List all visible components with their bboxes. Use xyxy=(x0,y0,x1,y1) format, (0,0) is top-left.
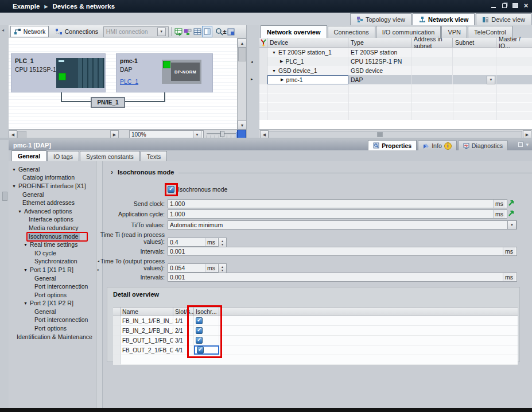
row-selector[interactable] xyxy=(113,345,121,355)
profinet-port-green[interactable] xyxy=(163,61,170,68)
splitter-grip[interactable] xyxy=(2,192,7,201)
restore-button[interactable] xyxy=(500,2,508,9)
expand-icon[interactable]: ▶ xyxy=(280,59,283,64)
subnet-cell[interactable] xyxy=(453,75,496,84)
overview-row-gsd-device-1[interactable]: ▼GSD device_1GSD device xyxy=(259,66,532,75)
tree-item-port-1-x1-p1-r[interactable]: ▼Port 1 [X1 P1 R] xyxy=(9,266,96,274)
tree-item-isochronous-mode[interactable]: Isochronous mode xyxy=(9,232,96,241)
tree-expand-icon[interactable]: ▼ xyxy=(24,301,28,305)
scroll-down-icon[interactable]: ▼ xyxy=(238,121,247,130)
assigned-controller-link[interactable]: PLC_1 xyxy=(120,78,138,85)
device-cell[interactable]: ▶pmc-1 xyxy=(267,75,348,84)
connections-mode-button[interactable]: Connections xyxy=(52,26,101,37)
goto-link-icon[interactable] xyxy=(507,209,515,217)
subnet-label[interactable]: PN/IE_1 xyxy=(91,97,125,108)
tab-device-view[interactable]: Device view xyxy=(476,13,531,25)
subnet-cell[interactable] xyxy=(453,57,496,66)
col-device[interactable]: Device xyxy=(267,38,348,48)
intervals-ti-field[interactable]: 0.001 ms xyxy=(168,247,517,256)
tree-item-identification-maintenance[interactable]: Identification & Maintenance xyxy=(9,333,96,341)
panel-restore-button[interactable] xyxy=(518,142,523,147)
time-to-field[interactable]: 0.054 ms xyxy=(168,263,219,273)
tree-item-port-interconnection[interactable]: Port interconnection xyxy=(9,282,96,291)
device-pmc1[interactable]: pmc-1 DAP PLC_1 DP-NORM xyxy=(116,53,213,92)
col-type[interactable]: Type xyxy=(348,38,411,48)
zoom-slider-knob[interactable] xyxy=(220,131,224,137)
row-selector[interactable] xyxy=(113,326,121,335)
breadcrumb-page[interactable]: Devices & networks xyxy=(52,3,115,10)
overview-row-plc-1[interactable]: ▶PLC_1CPU 1512SP-1 PN xyxy=(259,57,532,66)
tree-item-port-interconnection[interactable]: Port interconnection xyxy=(9,316,96,325)
tree-expand-icon[interactable]: ▼ xyxy=(24,268,28,272)
tree-item-general[interactable]: General xyxy=(9,308,96,316)
col-name[interactable]: Name xyxy=(121,307,173,316)
application-cycle-field[interactable]: 1.000 ms xyxy=(168,209,507,219)
row-selector[interactable] xyxy=(259,57,267,66)
tab-diagnostics[interactable]: Diagnostics xyxy=(458,141,508,150)
send-clock-field[interactable]: 1.000 ms xyxy=(168,199,507,208)
col-subnet[interactable]: Subnet xyxy=(453,38,496,48)
tab-general[interactable]: General xyxy=(11,150,46,161)
page-settings-button[interactable] xyxy=(227,26,236,37)
device-cell[interactable]: ▼ET 200SP station_1 xyxy=(267,48,348,57)
combobox-dropdown-icon[interactable] xyxy=(157,28,166,36)
expand-icon[interactable]: ▼ xyxy=(272,69,276,73)
row-selector[interactable] xyxy=(259,48,267,57)
tree-item-general[interactable]: ▼General xyxy=(9,165,96,174)
expand-icon[interactable]: ▶ xyxy=(281,77,284,82)
tab-connections[interactable]: Connections xyxy=(328,26,375,38)
row-selector[interactable] xyxy=(113,316,121,325)
tab-topology-view[interactable]: Topology view xyxy=(350,13,411,25)
time-ti-field[interactable]: 0.4 ms xyxy=(168,238,219,247)
scroll-thumb[interactable] xyxy=(238,48,246,61)
panel-collapse-icon[interactable]: ▾ xyxy=(526,142,529,147)
col-master[interactable]: Master / IO... xyxy=(496,38,532,48)
detail-row-fb-out-2-1-fb-o[interactable]: FB_OUT_2_1/FB_O...4/1 xyxy=(113,345,518,355)
tab-info[interactable]: Info i xyxy=(418,141,457,150)
tab-network-view[interactable]: Network view xyxy=(413,13,475,25)
tree-item-port-2-x1-p2-r[interactable]: ▼Port 2 [X1 P2 R] xyxy=(9,300,96,308)
goto-link-icon[interactable] xyxy=(507,199,515,207)
vertical-splitter[interactable]: ◂ ▸ xyxy=(246,25,261,138)
breadcrumb-project[interactable]: Example xyxy=(13,3,40,10)
tree-expand-icon[interactable]: ▼ xyxy=(24,243,28,247)
expand-icon[interactable]: ▼ xyxy=(272,50,276,55)
intervals-to-field[interactable]: 0.001 ms xyxy=(168,273,517,282)
tree-item-general[interactable]: General xyxy=(9,191,96,199)
tree-item-port-options[interactable]: Port options xyxy=(9,324,96,333)
tab-properties[interactable]: Properties xyxy=(368,140,417,150)
subnet-cell[interactable] xyxy=(453,66,496,75)
minimize-button[interactable] xyxy=(490,2,497,9)
tito-values-dropdown[interactable]: Automatic minimum xyxy=(168,220,517,230)
close-button[interactable] xyxy=(522,2,530,9)
detail-row-fb-out-1-1-fb-o[interactable]: FB_OUT_1_1/FB_O...3/1 xyxy=(113,336,518,345)
tree-expand-icon[interactable]: ▼ xyxy=(12,184,16,188)
tree-item-port-options[interactable]: Port options xyxy=(9,291,96,300)
columns-view-button[interactable] xyxy=(202,26,212,37)
detail-row-fb-in-1-1-fb-in-1[interactable]: FB_IN_1_1/FB_IN_11/1 xyxy=(113,316,518,326)
show-addresses-button[interactable] xyxy=(183,26,192,37)
section-chevron-icon[interactable]: › xyxy=(111,168,113,176)
device-cell[interactable]: ▼GSD device_1 xyxy=(267,66,348,75)
collapse-left-icon[interactable]: ◂ xyxy=(251,60,253,64)
device-plc1[interactable]: PLC_1 CPU 1512SP-1 PN xyxy=(11,53,106,92)
col-address[interactable]: Address in subnet xyxy=(411,38,453,48)
collapse-right-icon[interactable]: ▸ xyxy=(251,77,253,81)
connection-type-combobox[interactable]: HMI connection xyxy=(103,26,169,37)
row-selector[interactable] xyxy=(259,66,267,75)
tab-io-tags[interactable]: IO tags xyxy=(47,151,79,161)
tab-system-constants[interactable]: System constants xyxy=(80,151,140,161)
overview-row-pmc-1[interactable]: ▶pmc-1DAP xyxy=(259,75,532,84)
scroll-up-icon[interactable]: ▲ xyxy=(238,38,247,48)
dropdown-icon[interactable] xyxy=(507,220,517,230)
fit-to-view-button[interactable] xyxy=(237,130,246,138)
subnet-cell[interactable] xyxy=(453,48,496,57)
tree-expand-icon[interactable]: ▼ xyxy=(12,168,16,172)
tab-network-overview[interactable]: Network overview xyxy=(261,25,327,38)
tree-splitter[interactable]: ◂ ▸ xyxy=(96,161,103,408)
detail-row-fb-in-2-1-fb-in-2[interactable]: FB_IN_2_1/FB_IN_22/1 xyxy=(113,326,518,336)
tree-item-profinet-interface-x1[interactable]: ▼PROFINET interface [X1] xyxy=(9,182,96,191)
row-selector[interactable] xyxy=(259,75,267,84)
device-cell[interactable]: ▶PLC_1 xyxy=(267,57,348,66)
left-collapsed-sidebar[interactable]: ◂ xyxy=(0,25,9,408)
